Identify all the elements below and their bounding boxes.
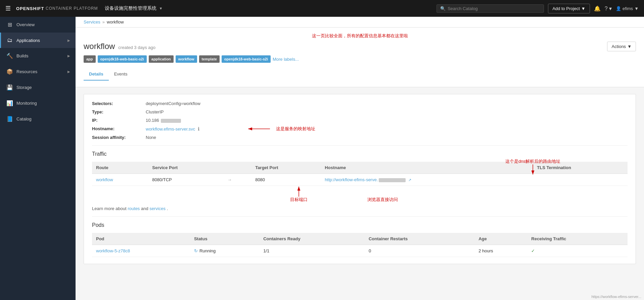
pods-table: Pod Status Containers Ready Container Re… (92, 233, 628, 257)
search-catalog-input[interactable] (448, 6, 540, 11)
hostname-link[interactable]: workflow.efims-server.svc (146, 127, 195, 132)
label-openjdk18-1[interactable]: openjdk18-web-basic-s2i (98, 55, 147, 63)
label-application[interactable]: application (149, 55, 174, 63)
overview-icon: ⊞ (6, 21, 13, 28)
builds-icon: 🔨 (6, 53, 13, 59)
traffic-service-port-cell: 8080/TCP (148, 174, 223, 186)
notification-icon[interactable]: 🔔 (594, 5, 601, 12)
topbar-right: 🔍 Add to Project ▼ 🔔 ? ▾ 👤 efims ▼ (436, 4, 639, 13)
running-spinner-icon: ↻ (194, 248, 198, 253)
col-age: Age (474, 233, 527, 245)
breadcrumb-separator: » (102, 19, 105, 24)
pod-name-cell: workflow-5-z78c8 (92, 245, 190, 257)
tab-details[interactable]: Details (84, 68, 109, 81)
tabs: Details Events (84, 68, 636, 80)
traffic-route-cell: workflow (92, 174, 148, 186)
project-caret-icon: ▼ (159, 6, 163, 10)
sidebar-item-label: Applications (16, 38, 64, 43)
sidebar-item-label: Overview (16, 22, 70, 27)
builds-caret-icon: ▶ (67, 54, 70, 58)
pods-section: Pods Pod Status Containers Ready Contain… (92, 222, 628, 257)
sidebar-item-label: Resources (16, 69, 64, 74)
details-section: Selectors: deploymentConfig=workflow Typ… (92, 101, 628, 140)
target-port-annotation: 目标端口 (290, 183, 308, 203)
traffic-route-link[interactable]: workflow (96, 177, 113, 182)
label-openjdk18-2[interactable]: openjdk18-web-basic-s2i (222, 55, 271, 63)
sidebar-item-applications[interactable]: 🗂 Applications ▶ (0, 33, 76, 48)
traffic-table-wrapper: Route Service Port Target Port Hostname … (92, 162, 628, 186)
user-menu[interactable]: 👤 efims ▼ (616, 6, 639, 11)
more-labels-link[interactable]: More labels... (273, 57, 299, 62)
traffic-arrow-icon: → (227, 177, 232, 182)
resources-icon: 📦 (6, 68, 13, 75)
brand-logo: OPENSHIFT CONTAINER PLATFORM (16, 6, 98, 11)
project-name: 设备设施完整性管理系统 (105, 5, 156, 11)
label-workflow[interactable]: workflow (176, 55, 197, 63)
workflow-title: workflow (84, 42, 115, 51)
col-hostname: Hostname (321, 162, 533, 174)
sidebar-item-label: Storage (16, 85, 70, 90)
label-template[interactable]: template (199, 55, 220, 63)
detail-session-affinity: Session affinity: None (92, 135, 628, 140)
catalog-icon: 📘 (6, 116, 13, 122)
pod-receiving-traffic-cell: ✓ (527, 245, 628, 257)
col-containers-ready: Containers Ready (259, 233, 365, 245)
breadcrumb-services-link[interactable]: Services (84, 19, 100, 24)
sidebar-item-label: Builds (16, 53, 64, 58)
pods-title: Pods (92, 222, 628, 228)
actions-button[interactable]: Actions ▼ (607, 42, 636, 51)
sidebar-item-builds[interactable]: 🔨 Builds ▶ (0, 48, 76, 64)
sidebar-item-overview[interactable]: ⊞ Overview (0, 17, 76, 33)
receiving-traffic-check-icon: ✓ (531, 248, 535, 253)
detail-ip: IP: 10.186 (92, 118, 628, 123)
sidebar-item-storage[interactable]: 💾 Storage (0, 80, 76, 95)
col-service-port: Service Port (148, 162, 223, 174)
sidebar-item-catalog[interactable]: 📘 Catalog (0, 111, 76, 127)
pod-containers-ready-cell: 1/1 (259, 245, 365, 257)
dns-annotation: 这个是dns解析后的路由地址 (505, 158, 560, 178)
help-icon[interactable]: ? ▾ (605, 5, 612, 12)
traffic-arrow-cell: → (223, 174, 251, 186)
traffic-title: Traffic (92, 151, 628, 157)
details-table: Selectors: deploymentConfig=workflow Typ… (92, 101, 628, 140)
pod-name-link[interactable]: workflow-5-z78c8 (96, 248, 130, 253)
detail-selectors: Selectors: deploymentConfig=workflow (92, 101, 628, 106)
sidebar-item-monitoring[interactable]: 📊 Monitoring (0, 95, 76, 111)
page-title-row: workflow created 3 days ago Actions ▼ (84, 42, 636, 51)
pods-table-header: Pod Status Containers Ready Container Re… (92, 233, 628, 245)
traffic-section: Traffic Route Service Port Target Port H… (92, 151, 628, 211)
actions-caret-icon: ▼ (627, 44, 632, 49)
target-port-arrow (292, 183, 306, 197)
pods-table-row: workflow-5-z78c8 ↻ Running 1/1 0 2 hours (92, 245, 628, 257)
ip-blurred (161, 119, 181, 123)
search-icon: 🔍 (440, 6, 446, 11)
topbar: ☰ OPENSHIFT CONTAINER PLATFORM 设备设施完整性管理… (0, 0, 644, 17)
hostname-arrow (246, 125, 273, 133)
breadcrumb: Services » workflow (76, 17, 644, 28)
services-link[interactable]: services (149, 206, 166, 211)
page-subtitle: created 3 days ago (118, 45, 155, 50)
sidebar-item-resources[interactable]: 📦 Resources ▶ (0, 64, 76, 80)
col-arrow-header (223, 162, 251, 174)
search-catalog-bar[interactable]: 🔍 (436, 4, 544, 13)
monitoring-icon: 📊 (6, 100, 13, 106)
top-annotation: 这一页比较全面，所有的配置信息基本都在这里啦 (84, 33, 636, 39)
label-app[interactable]: app (84, 55, 96, 63)
hamburger-menu[interactable]: ☰ (5, 5, 11, 12)
details-card: Selectors: deploymentConfig=workflow Typ… (84, 94, 636, 264)
pod-status-cell: ↻ Running (190, 245, 259, 257)
page-header: 这一页比较全面，所有的配置信息基本都在这里啦 workflow created … (76, 28, 644, 87)
traffic-hostname-link[interactable]: http://workflow-efims-serve. ↗ (325, 177, 411, 182)
add-to-project-caret-icon: ▼ (581, 6, 586, 11)
project-selector[interactable]: 设备设施完整性管理系统 ▼ (105, 5, 437, 11)
tab-events[interactable]: Events (109, 68, 133, 81)
col-target-port: Target Port (251, 162, 321, 174)
add-to-project-button[interactable]: Add to Project ▼ (548, 4, 590, 13)
sidebar-item-label: Catalog (16, 116, 70, 121)
hostname-info-icon[interactable]: ℹ (198, 126, 199, 132)
routes-link[interactable]: routes (128, 206, 140, 211)
page-title: workflow created 3 days ago (84, 42, 155, 51)
col-container-restarts: Container Restarts (365, 233, 474, 245)
col-receiving-traffic: Receiving Traffic (527, 233, 628, 245)
user-icon: 👤 (616, 6, 621, 11)
